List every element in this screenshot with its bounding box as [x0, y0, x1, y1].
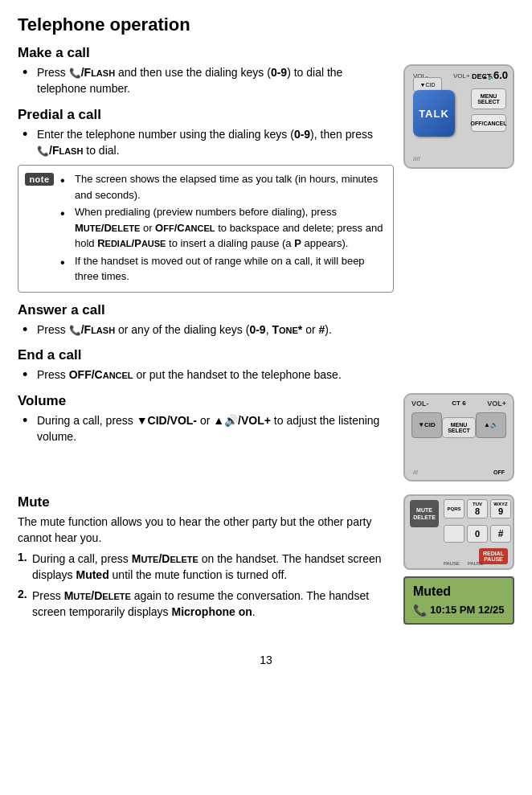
note-item-1: • The screen shows the elapsed time as y… — [60, 171, 385, 203]
page-number: 13 — [18, 654, 514, 666]
top-key-row: PQRS TUV 8 WXYZ 9 — [444, 499, 511, 518]
note-label-container: note — [18, 171, 60, 286]
off-label-vol: OFF — [493, 469, 505, 475]
end-text: Press OFF/CANCEL or put the handset to t… — [37, 367, 342, 383]
key-wxyz9: WXYZ 9 — [490, 499, 511, 518]
menu-button[interactable]: MENU SELECT — [471, 88, 506, 109]
section-answer-title: Answer a call — [18, 302, 514, 318]
answer-text: Press 📞/FLASH or any of the dialing keys… — [37, 322, 332, 338]
mute-step-2: 2. Press MUTE/DELETE again to resume the… — [18, 588, 394, 621]
vol-plus: VOL+ — [487, 400, 506, 408]
delete-label: DELETE — [413, 514, 436, 520]
mid-key-row: 0 # — [444, 525, 511, 543]
phone-panel-top: DECT 6.0 VOL- VOL+ ▼CID TALK ▲🔊 MENU SEL… — [403, 64, 514, 169]
predial-text: Enter the telephone number using the dia… — [37, 126, 394, 159]
note-text-2: When predialing (preview numbers before … — [75, 204, 385, 252]
bullet-dot-2: • — [23, 127, 34, 141]
note-text-3: If the handset is moved out of range whi… — [75, 253, 385, 285]
mute-screen: Muted 📞 10:15 PM 12/25 — [403, 576, 514, 625]
predial-bullet: • Enter the telephone number using the d… — [23, 126, 394, 159]
key-pqrs: PQRS — [444, 499, 464, 518]
note-label-text: note — [25, 173, 53, 186]
bullet-dot-5: • — [23, 413, 34, 428]
note-text-1: The screen shows the elapsed time as you… — [75, 171, 385, 203]
screen-phone-icon: 📞 — [413, 604, 427, 617]
phone-device-vol: VOL- VOL+ CT 6 ▼CID ▲🔊 MENU SELECT OFF /… — [403, 393, 514, 482]
key-pqrs-label: PQRS — [447, 506, 460, 511]
volume-bullet: • During a call, press ▼CID/VOL- or ▲🔊/V… — [23, 412, 394, 445]
vol-plus-label: VOL+ — [453, 72, 470, 80]
right-buttons: ▲🔊 MENU SELECT OFF/CANCEL — [471, 74, 506, 132]
dect-partial: CT 6 — [452, 400, 465, 407]
screen-time-text: 10:15 PM 12/25 — [430, 604, 505, 616]
answer-bullet: • Press 📞/FLASH or any of the dialing ke… — [23, 322, 514, 338]
right-area-vol: ▲🔊 — [476, 412, 506, 438]
section-end-title: End a call — [18, 347, 514, 363]
menu-label: MENU — [481, 93, 497, 99]
mute-step-1: 1. During a call, press MUTE/DELETE on t… — [18, 551, 394, 584]
volume-text: During a call, press ▼CID/VOL- or ▲🔊/VOL… — [37, 412, 394, 445]
redial-label: REDIAL — [483, 551, 504, 556]
key-8: 8 — [475, 506, 480, 516]
note-bullet-1: • — [60, 171, 72, 191]
page-title: Telephone operation — [18, 14, 514, 35]
key-tuv8: TUV 8 — [467, 499, 488, 518]
pause-label: PAUSE — [484, 556, 503, 562]
select-label: SELECT — [477, 99, 500, 104]
vol-minus: VOL- — [411, 400, 429, 408]
page: Telephone operation Make a call DECT 6.0… — [0, 0, 532, 795]
antenna-lines: //// — [413, 155, 420, 162]
sel-vol-label: SELECT — [448, 428, 470, 433]
note-item-3: • If the handset is moved out of range w… — [60, 253, 385, 285]
key-9: 9 — [498, 506, 503, 516]
mute-keypad: PQRS TUV 8 WXYZ 9 MUTE DELETE — [403, 494, 514, 570]
talk-button[interactable]: TALK — [413, 90, 455, 137]
note-bullet-3: • — [60, 253, 72, 273]
bullet-dot-3: • — [23, 322, 34, 337]
mute-delete-button[interactable]: MUTE DELETE — [410, 500, 439, 527]
step-1-text: During a call, press MUTE/DELETE on the … — [32, 551, 394, 584]
make-call-text: Press 📞/FLASH and then use the dialing k… — [37, 64, 394, 97]
vol-plus-icon: ▲🔊 — [471, 74, 506, 85]
note-bullet-2: • — [60, 204, 72, 223]
note-item-2: • When predialing (preview numbers befor… — [60, 204, 385, 252]
bullet-dot: • — [23, 65, 34, 80]
vol-panel: VOL- VOL+ CT 6 ▼CID ▲🔊 MENU SELECT OFF /… — [403, 393, 514, 482]
step-1-number: 1. — [18, 551, 32, 563]
key-star — [444, 525, 464, 543]
menu-vol-label: MENU — [451, 422, 468, 428]
cid-area-vol: ▼CID — [411, 412, 442, 438]
key-hash: # — [490, 525, 511, 543]
bottom-labels: PAUSE PAUSE — [444, 561, 484, 566]
screen-muted-text: Muted — [413, 584, 505, 599]
screen-time-row: 📞 10:15 PM 12/25 — [413, 604, 505, 617]
make-call-bullet: • Press 📞/FLASH and then use the dialing… — [23, 64, 394, 97]
step-2-text: Press MUTE/DELETE again to resume the co… — [32, 588, 394, 621]
key-0: 0 — [467, 525, 488, 543]
note-box: note • The screen shows the elapsed time… — [18, 165, 394, 293]
off-cancel-button-top[interactable]: OFF/CANCEL — [471, 114, 506, 132]
mute-device-container: PQRS TUV 8 WXYZ 9 MUTE DELETE — [403, 494, 514, 625]
section-make-call-title: Make a call — [18, 45, 514, 61]
menu-sel-vol: MENU SELECT — [442, 417, 476, 438]
step-2-number: 2. — [18, 588, 32, 600]
bullet-dot-4: • — [23, 367, 34, 382]
end-bullet: • Press OFF/CANCEL or put the handset to… — [23, 367, 514, 383]
mute-label: MUTE — [416, 507, 432, 513]
note-content: • The screen shows the elapsed time as y… — [60, 171, 385, 286]
antenna-vol: /// — [413, 469, 418, 475]
phone-device-top: DECT 6.0 VOL- VOL+ ▼CID TALK ▲🔊 MENU SEL… — [403, 64, 514, 169]
